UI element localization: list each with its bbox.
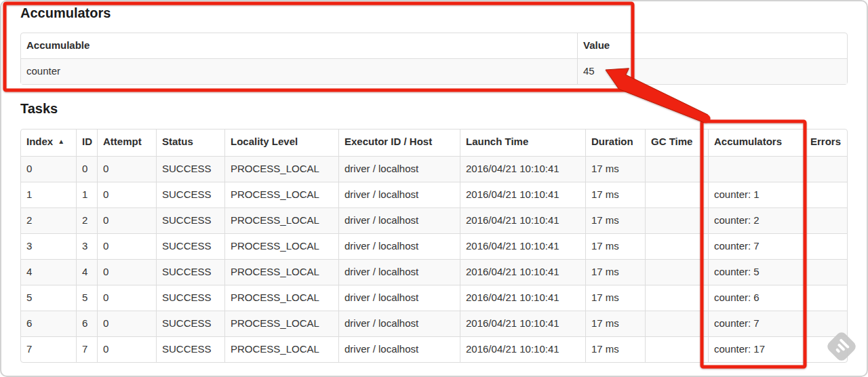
table-cell: 5 [76, 285, 97, 311]
col-header-launch-time[interactable]: Launch Time [460, 130, 585, 156]
table-cell: 2 [21, 207, 76, 233]
table-cell: 2016/04/21 10:10:41 [460, 207, 585, 233]
table-cell: 2016/04/21 10:10:41 [460, 311, 585, 336]
watermark-stripe [835, 348, 841, 353]
table-header-row: Index▲ ID Attempt Status Locality Level … [21, 130, 847, 156]
col-header-accumulators[interactable]: Accumulators [708, 130, 804, 156]
table-cell: 17 ms [585, 311, 645, 336]
col-header-duration[interactable]: Duration [585, 130, 645, 156]
table-cell: 0 [97, 182, 156, 207]
table-cell [804, 207, 847, 233]
table-cell: 0 [97, 311, 156, 336]
table-cell: driver / localhost [338, 259, 460, 285]
col-header-executor-id-host[interactable]: Executor ID / Host [338, 130, 460, 156]
table-cell: 0 [97, 233, 156, 259]
table-cell: 2016/04/21 10:10:41 [460, 156, 585, 182]
table-cell [708, 156, 804, 182]
table-cell: 0 [97, 285, 156, 311]
table-cell [645, 156, 708, 182]
spark-ui-stage-page: Accumulators Accumulable Value counter 4… [0, 0, 868, 377]
table-cell: 2 [76, 207, 97, 233]
table-cell: 17 ms [585, 259, 645, 285]
table-cell: 45 [577, 58, 847, 84]
table-cell [804, 156, 847, 182]
col-header-id[interactable]: ID [76, 130, 97, 156]
table-cell: counter: 17 [708, 336, 804, 362]
table-cell [645, 207, 708, 233]
table-cell: driver / localhost [338, 207, 460, 233]
table-cell: 4 [21, 259, 76, 285]
table-cell: SUCCESS [156, 259, 224, 285]
col-header-index-label: Index [26, 136, 53, 147]
table-cell: driver / localhost [338, 336, 460, 362]
col-header-gc-time[interactable]: GC Time [645, 130, 708, 156]
table-cell: driver / localhost [338, 233, 460, 259]
table-cell: counter: 2 [708, 207, 804, 233]
table-cell: PROCESS_LOCAL [224, 259, 338, 285]
table-cell [645, 233, 708, 259]
table-cell: PROCESS_LOCAL [224, 311, 338, 336]
table-cell: driver / localhost [338, 156, 460, 182]
table-cell: SUCCESS [156, 233, 224, 259]
table-cell: counter: 5 [708, 259, 804, 285]
table-cell: 2016/04/21 10:10:41 [460, 259, 585, 285]
table-cell [804, 233, 847, 259]
sort-ascending-icon: ▲ [58, 138, 64, 145]
table-cell: 6 [21, 311, 76, 336]
table-cell: 0 [97, 336, 156, 362]
table-cell: driver / localhost [338, 182, 460, 207]
table-cell: 2016/04/21 10:10:41 [460, 285, 585, 311]
table-cell: 2016/04/21 10:10:41 [460, 233, 585, 259]
col-header-locality-level[interactable]: Locality Level [224, 130, 338, 156]
col-header-value[interactable]: Value [577, 33, 847, 58]
table-cell: 17 ms [585, 156, 645, 182]
table-cell: 4 [76, 259, 97, 285]
table-cell: counter [21, 58, 577, 84]
tasks-table: Index▲ ID Attempt Status Locality Level … [20, 129, 848, 363]
table-cell: 0 [76, 156, 97, 182]
table-row: 770SUCCESSPROCESS_LOCALdriver / localhos… [21, 336, 847, 362]
table-cell [804, 259, 847, 285]
table-cell [645, 259, 708, 285]
col-header-attempt[interactable]: Attempt [97, 130, 156, 156]
table-row: 000SUCCESSPROCESS_LOCALdriver / localhos… [21, 156, 847, 182]
table-row: 110SUCCESSPROCESS_LOCALdriver / localhos… [21, 182, 847, 207]
table-cell: PROCESS_LOCAL [224, 207, 338, 233]
table-cell: 17 ms [585, 285, 645, 311]
table-cell: 7 [76, 336, 97, 362]
table-cell [645, 336, 708, 362]
table-cell: driver / localhost [338, 311, 460, 336]
table-cell [804, 182, 847, 207]
table-cell: 17 ms [585, 207, 645, 233]
table-cell: counter: 7 [708, 233, 804, 259]
table-header-row: Accumulable Value [21, 33, 847, 58]
table-cell [645, 182, 708, 207]
tasks-section-title: Tasks [20, 100, 58, 117]
col-header-status[interactable]: Status [156, 130, 224, 156]
table-row: 330SUCCESSPROCESS_LOCALdriver / localhos… [21, 233, 847, 259]
table-cell: 17 ms [585, 336, 645, 362]
table-cell: 6 [76, 311, 97, 336]
table-cell: 0 [97, 259, 156, 285]
table-cell: 5 [21, 285, 76, 311]
table-row: 660SUCCESSPROCESS_LOCALdriver / localhos… [21, 311, 847, 336]
table-cell: 3 [76, 233, 97, 259]
table-cell: 2016/04/21 10:10:41 [460, 182, 585, 207]
table-cell: 7 [21, 336, 76, 362]
table-row: counter 45 [21, 58, 847, 84]
table-cell: 17 ms [585, 182, 645, 207]
col-header-errors[interactable]: Errors [804, 130, 847, 156]
table-cell: SUCCESS [156, 182, 224, 207]
col-header-accumulable[interactable]: Accumulable [21, 33, 577, 58]
table-row: 550SUCCESSPROCESS_LOCALdriver / localhos… [21, 285, 847, 311]
col-header-index[interactable]: Index▲ [21, 130, 76, 156]
table-cell [804, 285, 847, 311]
table-cell: 1 [76, 182, 97, 207]
table-cell: driver / localhost [338, 285, 460, 311]
table-cell: SUCCESS [156, 311, 224, 336]
table-cell: 0 [97, 156, 156, 182]
accumulators-table: Accumulable Value counter 45 [20, 33, 848, 85]
table-cell: SUCCESS [156, 336, 224, 362]
table-cell: PROCESS_LOCAL [224, 233, 338, 259]
table-cell: PROCESS_LOCAL [224, 156, 338, 182]
